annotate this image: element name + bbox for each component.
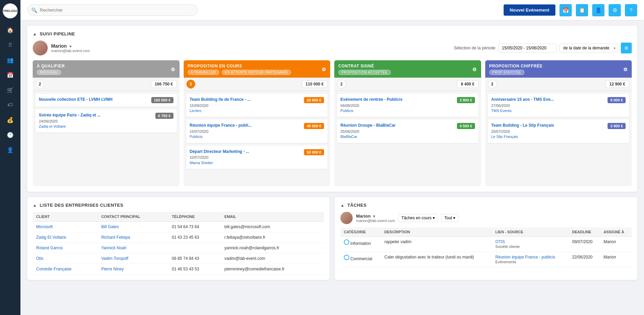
kanban-card[interactable]: Team Building Ile de France - ... 15/09/… [186,94,328,117]
pipeline-title: SUIVI PIPELINE [40,31,75,36]
col-settings-qualifier[interactable]: ⚙ [171,67,175,72]
period-settings-button[interactable]: ⚙ [621,43,632,53]
user-dropdown-icon[interactable]: ▾ [70,44,72,48]
table-row[interactable]: Comédie Française Pierre Niney 01 46 53 … [33,264,324,274]
client-name[interactable]: Microsoft [33,222,98,232]
tasks-filter-all[interactable]: Tout ▾ [441,214,458,222]
tasks-chevron[interactable]: ▲ [340,203,344,208]
period-date-input[interactable] [498,44,557,52]
pipeline-chevron[interactable]: ▲ [33,32,37,36]
task-row[interactable]: Information rappeler vadim OTIS Société … [340,237,632,252]
task-link: OTIS Société cliente [492,237,569,252]
card-title: Nouvelle collection ETE - LVMH LVMH [39,97,149,103]
card-amount: 3 900 € [457,97,475,103]
col-badge-chiffree: PROP ENVOYÉE [489,70,524,75]
tasks-title: TÂCHES [347,203,366,208]
table-row[interactable]: Zadig Et Voltaire Richard Fettaya 01 43 … [33,232,324,243]
col-stats-proposition: 3 110 000 € [184,78,331,91]
col-stats-signed: 2 8 400 € [334,78,481,91]
contact-name[interactable]: Vadim Toropoff [98,253,168,264]
col-title-qualifier: À QUALIFIER [37,64,65,68]
card-title: Team Building Ile de France - ... [190,97,302,103]
contact-name[interactable]: Pierre Niney [98,264,168,274]
col-contact: CONTACT PRINCIPAL [98,212,168,222]
task-check[interactable] [344,239,349,245]
col-body-proposition: Team Building Ile de France - ... 15/09/… [184,91,331,186]
clients-chevron[interactable]: ▲ [33,203,37,208]
sidebar-item-grid[interactable]: ⠿ [4,39,16,51]
col-badge-signed: PROPOSITION ACCEPTÉE [338,70,391,75]
card-sub: 15/07/2020 Publicis [190,129,302,140]
col-email: EMAIL [221,212,324,222]
main-content: 🔍 Nouvel Evénement 📅 📋 👤 ⚙ ? ▲ SUIVI PIP… [20,0,644,315]
settings-button[interactable]: ⚙ [609,4,621,16]
kanban-col-proposition: PROPOSITION EN COURS A TRAVAILLER EN ATT… [184,60,331,186]
phone [168,243,221,253]
kanban-col-chiffree: PROPOSITION CHIFFRÉE PROP ENVOYÉE ⚙ 2 12… [485,60,632,186]
contact-name[interactable]: Bill Gates [98,222,168,232]
kanban-col-qualifier: À QUALIFIER NOUVEAU ⚙ 2 166 750 € Nouvel… [33,60,180,186]
kanban-card[interactable]: Soirée équipe Paris - Zadiq et ... 24/06… [35,109,177,132]
col-amount-chiffree: 12 900 € [605,80,629,88]
card-title: Départ Directeur Marketing - ... [190,149,302,155]
sidebar-item-home[interactable]: 🏠 [4,24,16,36]
kanban-card[interactable]: Réunion Groupe - BlaBlaCar 25/06/2020 Bl… [337,120,478,143]
sidebar-item-users[interactable]: 👥 [4,54,16,66]
contact-name[interactable]: Richard Fettaya [98,232,168,243]
content-area: ▲ SUIVI PIPELINE Marion ▾ marion@lab-eve… [20,20,644,315]
col-badge-proposition-1: A TRAVAILLER [188,70,219,75]
email: vadim@lab-event.com [221,253,324,264]
card-sub: 27/06/2020 TMS Events [491,103,605,114]
help-button[interactable]: ? [625,4,637,16]
kanban-card[interactable]: Team Building - Le Slip Français 20/07/2… [488,120,629,143]
col-settings-chiffree[interactable]: ⚙ [623,67,628,72]
search-input[interactable] [27,4,198,16]
calendar-view-button[interactable]: 📅 [559,4,572,16]
card-title: Réunion équipe France - publi... [190,123,302,128]
tasks-filter-status[interactable]: Tâches en cours ▾ [398,214,438,222]
pipeline-user-info: Marion ▾ marion@lab-event.com [33,41,90,56]
col-count-chiffree: 2 [488,80,497,89]
table-row[interactable]: Microsoft Bill Gates 01 54 64 73 64 bill… [33,222,324,232]
col-header-proposition: PROPOSITION EN COURS A TRAVAILLER EN ATT… [184,60,331,78]
col-settings-signed[interactable]: ⚙ [472,67,477,72]
new-event-button[interactable]: Nouvel Evénement [504,4,555,16]
sidebar-item-admin[interactable]: 👤 [4,144,16,156]
clients-header: ▲ LISTE DES ENTREPRISES CLIENTES [33,203,324,208]
user-button[interactable]: 👤 [592,4,604,16]
tasks-user-dropdown[interactable]: ▾ [373,214,375,218]
kanban-card[interactable]: Départ Directeur Marketing - ... 10/07/2… [186,146,328,169]
client-name[interactable]: Otis [33,253,98,264]
task-check[interactable] [344,255,349,260]
client-name[interactable]: Roland Garros [33,243,98,253]
client-name[interactable]: Zadig Et Voltaire [33,232,98,243]
sidebar-item-tag[interactable]: 🏷 [4,99,16,111]
period-filter-select[interactable]: de la date de la demande [559,44,618,52]
col-header-signed: CONTRAT SIGNÉ PROPOSITION ACCEPTÉE ⚙ [334,60,481,78]
sidebar-item-bank[interactable]: 💰 [4,114,16,126]
phone: 01 43 23 45 63 [168,232,221,243]
contact-name[interactable]: Yannick Noah [98,243,168,253]
task-description: rappeler vadim [381,237,492,252]
list-view-button[interactable]: 📋 [576,4,588,16]
task-row[interactable]: Commercial Caler dégustation avec le tra… [340,252,632,267]
task-deadline: 09/07/2020 [569,237,600,252]
col-phone: TÉLÉPHONE [168,212,221,222]
col-title-signed: CONTRAT SIGNÉ [338,64,391,68]
kanban-card[interactable]: Evénement de rentrée - Publicis 04/08/20… [337,94,478,117]
kanban-card[interactable]: Anniversaire 15 ans - TMS Eve... 27/06/2… [488,94,629,117]
table-row[interactable]: Roland Garros Yannick Noah yannick.noah@… [33,243,324,253]
col-title-proposition: PROPOSITION EN COURS [188,64,291,68]
sidebar-item-calendar[interactable]: 📅 [4,69,16,81]
client-name[interactable]: Comédie Française [33,264,98,274]
col-category: CATÉGORIE [340,227,381,237]
col-header-chiffree: PROPOSITION CHIFFRÉE PROP ENVOYÉE ⚙ [485,60,632,78]
period-label: Sélection de la période [454,46,495,50]
sidebar-item-clock[interactable]: 🕐 [4,129,16,141]
col-body-signed: Evénement de rentrée - Publicis 04/08/20… [334,91,481,186]
table-row[interactable]: Otis Vadim Toropoff 06 85 74 84 43 vadim… [33,253,324,264]
col-settings-proposition[interactable]: ⚙ [322,67,326,72]
kanban-card[interactable]: Réunion équipe France - publi... 15/07/2… [186,120,328,143]
kanban-card[interactable]: Nouvelle collection ETE - LVMH LVMH 160 … [35,94,177,107]
sidebar-item-cart[interactable]: 🛒 [4,84,16,96]
